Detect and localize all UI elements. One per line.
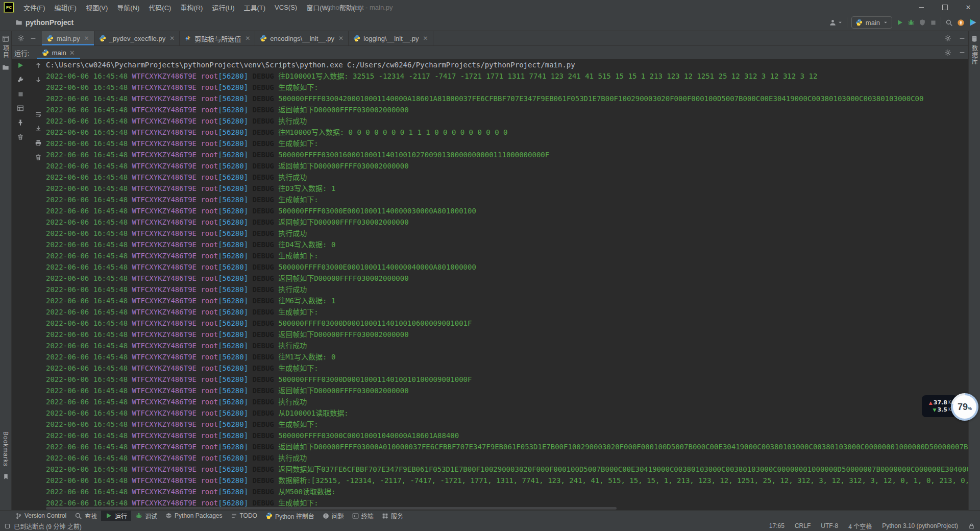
status-widget[interactable]: CRLF	[795, 522, 811, 529]
run-button[interactable]	[896, 19, 903, 26]
project-breadcrumb[interactable]: pythonProject	[26, 18, 74, 27]
modify-run-config-button-icon[interactable]	[17, 76, 24, 83]
user-profile-icon[interactable]	[829, 19, 837, 27]
close-icon[interactable]: ✕	[69, 49, 75, 57]
tool-window-button-python-packages[interactable]: Python Packages	[161, 511, 226, 521]
tool-window-button-todo[interactable]: TODO	[227, 511, 261, 521]
pin-tab-button-icon[interactable]	[17, 119, 24, 126]
tool-window-label: 服务	[391, 512, 403, 520]
tab-settings-gear-icon[interactable]	[17, 35, 24, 42]
console-log-line: 2022-06-06 16:45:48 WTFCXYKZY486T9E root…	[46, 464, 969, 475]
python-icon	[265, 512, 273, 519]
menu-item[interactable]: 运行(U)	[207, 0, 239, 14]
editor-options-gear-icon[interactable]	[944, 35, 951, 42]
tool-window-label: Python 控制台	[275, 512, 314, 520]
scroll-to-end-button-icon[interactable]	[35, 125, 42, 132]
tool-window-button-服务[interactable]: 服务	[378, 511, 407, 521]
tool-window-button-python-控制台[interactable]: Python 控制台	[261, 511, 318, 521]
restore-layout-button-icon[interactable]	[17, 105, 24, 112]
console-log-line: 2022-06-06 16:45:48 WTFCXYKZY486T9E root…	[46, 172, 969, 183]
stripe-bookmarks-tab[interactable]: Bookmarks	[0, 431, 11, 480]
minimize-button[interactable]	[910, 0, 933, 14]
soft-wrap-button-icon[interactable]	[35, 111, 42, 118]
tool-window-button-调试[interactable]: 调试	[131, 511, 161, 521]
gradient-ide-icon[interactable]	[969, 18, 977, 27]
run-toolbar-column	[15, 61, 26, 141]
close-icon[interactable]: ✕	[423, 35, 428, 42]
search-everywhere-icon[interactable]	[945, 19, 953, 27]
menu-item[interactable]: 视图(V)	[81, 0, 112, 14]
stop-button[interactable]	[930, 19, 937, 26]
menu-item[interactable]: 编辑(E)	[50, 0, 81, 14]
project-tool-icon	[2, 35, 9, 42]
update-project-icon[interactable]	[957, 19, 965, 27]
menu-item[interactable]: 代码(C)	[144, 0, 176, 14]
close-icon[interactable]: ✕	[338, 35, 344, 42]
menu-item[interactable]: 导航(N)	[112, 0, 144, 14]
tool-window-button-查找[interactable]: 查找	[70, 511, 101, 521]
runbar-right-tools	[944, 46, 966, 59]
editor-tab[interactable]: encodings\__init__.py✕	[255, 31, 349, 45]
tool-window-button-终端[interactable]: 终端	[348, 511, 378, 521]
status-right-group: 17:65CRLFUTF-84 个空格Python 3.10 (pythonPr…	[769, 522, 975, 530]
run-tab-main[interactable]: main ✕	[37, 46, 80, 59]
run-configuration-select[interactable]: main	[851, 16, 892, 29]
menu-item[interactable]: 重构(R)	[176, 0, 207, 14]
up-stack-trace-button-icon[interactable]	[35, 62, 42, 69]
console-log-line: 2022-06-06 16:45:48 WTFCXYKZY486T9E root…	[46, 385, 969, 396]
console-log-line: 2022-06-06 16:45:48 WTFCXYKZY486T9E root…	[46, 430, 969, 441]
editor-tab[interactable]: 剪贴板与所选值✕	[180, 31, 255, 45]
stripe-database-tab[interactable]: 数据库	[969, 35, 980, 65]
editor-tab[interactable]: main.py✕	[42, 31, 94, 45]
stripe-project-tab[interactable]: 项目	[0, 35, 11, 71]
down-stack-trace-button-icon[interactable]	[35, 76, 42, 83]
run-settings-gear-icon[interactable]	[944, 49, 951, 56]
tool-window-button-问题[interactable]: 问题	[318, 511, 348, 521]
horizontal-scrollbar[interactable]	[46, 507, 617, 510]
bookmark-icon	[3, 473, 9, 480]
readonly-lock-icon[interactable]	[968, 523, 975, 529]
tool-window-button-运行[interactable]: 运行	[101, 511, 131, 521]
editor-hide-icon[interactable]	[959, 35, 966, 42]
status-widget[interactable]: 4 个空格	[848, 522, 872, 530]
clear-all-button-icon[interactable]	[35, 154, 42, 161]
branch-icon	[15, 513, 22, 519]
user-dropdown-caret-icon[interactable]	[838, 20, 843, 25]
bug-icon	[135, 512, 142, 519]
console-output[interactable]: C:\Users\cw0246\PycharmProjects\pythonPr…	[46, 59, 969, 511]
close-icon[interactable]: ✕	[245, 35, 250, 42]
console-log-line: 2022-06-06 16:45:48 WTFCXYKZY486T9E root…	[46, 104, 969, 115]
close-button[interactable]: ✕	[957, 0, 980, 14]
close-button-icon[interactable]	[17, 133, 24, 140]
rerun-button-icon[interactable]	[17, 62, 24, 69]
debug-button[interactable]	[908, 19, 915, 26]
hide-panel-icon[interactable]	[30, 35, 37, 42]
services-icon	[382, 513, 388, 519]
status-widget[interactable]: UTF-8	[821, 522, 838, 529]
console-log-line: 2022-06-06 16:45:48 WTFCXYKZY486T9E root…	[46, 205, 969, 216]
editor-tab-label: encodings\__init__.py	[270, 35, 334, 42]
status-widget[interactable]: Python 3.10 (pythonProject)	[882, 522, 958, 529]
toolbar-separator	[941, 17, 941, 28]
status-widget[interactable]: 17:65	[769, 522, 785, 529]
folder-icon	[2, 64, 9, 71]
console-log-line: 2022-06-06 16:45:48 WTFCXYKZY486T9E root…	[46, 138, 969, 149]
coverage-button[interactable]	[919, 19, 926, 26]
stop-process-button-icon[interactable]	[17, 91, 24, 98]
console-log-line: 2022-06-06 16:45:48 WTFCXYKZY486T9E root…	[46, 93, 969, 104]
print-button-icon[interactable]	[35, 139, 42, 147]
run-hide-icon[interactable]	[959, 49, 966, 56]
editor-tab[interactable]: _pydev_execfile.py✕	[94, 31, 180, 45]
editor-tab[interactable]: logging\__init__.py✕	[349, 31, 433, 45]
menu-item[interactable]: 文件(F)	[19, 0, 50, 14]
maximize-button[interactable]	[933, 0, 957, 14]
stripe-bookmarks-label: Bookmarks	[2, 431, 9, 467]
menu-item[interactable]: VCS(S)	[270, 0, 302, 14]
close-icon[interactable]: ✕	[169, 35, 175, 42]
usage-percent: 79%	[953, 395, 976, 419]
console-log-line: 2022-06-06 16:45:48 WTFCXYKZY486T9E root…	[46, 127, 969, 138]
menu-item[interactable]: 工具(T)	[239, 0, 270, 14]
tool-window-button-version-control[interactable]: Version Control	[11, 511, 70, 521]
close-icon[interactable]: ✕	[84, 35, 89, 42]
database-icon	[971, 35, 978, 42]
